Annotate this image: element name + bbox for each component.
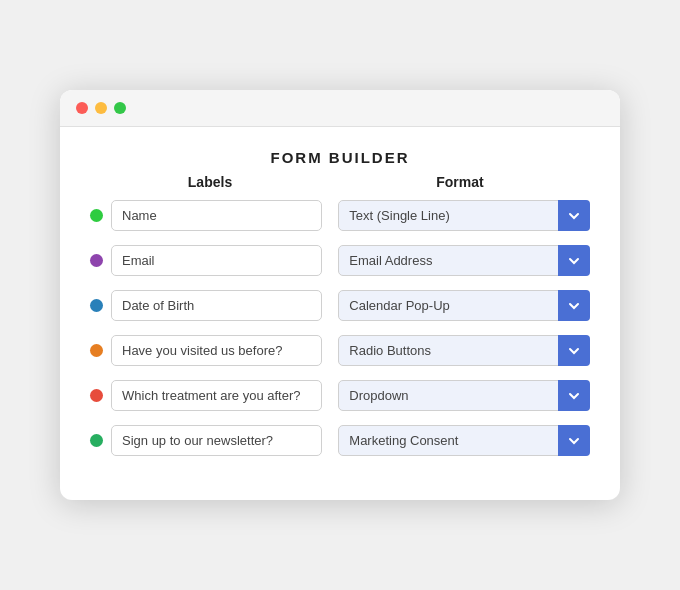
format-select-wrapper: Calendar Pop-UpText (Single Line)Date: [338, 290, 590, 321]
dot-green: [114, 102, 126, 114]
form-rows: Text (Single Line)TextareaNumberEmail Ad…: [60, 200, 620, 456]
format-select[interactable]: Text (Single Line)TextareaNumber: [338, 200, 590, 231]
format-select[interactable]: Marketing ConsentCheckboxRadio Buttons: [338, 425, 590, 456]
format-select[interactable]: Email AddressText (Single Line)Textarea: [338, 245, 590, 276]
row-dot: [90, 434, 103, 447]
format-select-wrapper: DropdownRadio ButtonsCheckbox: [338, 380, 590, 411]
row-dot: [90, 389, 103, 402]
label-col: [90, 380, 322, 411]
label-input[interactable]: [111, 380, 322, 411]
table-row: Email AddressText (Single Line)Textarea: [90, 245, 590, 276]
row-dot: [90, 299, 103, 312]
page-title: FORM BUILDER: [60, 149, 620, 166]
label-input[interactable]: [111, 200, 322, 231]
format-select-wrapper: Text (Single Line)TextareaNumber: [338, 200, 590, 231]
format-col: Email AddressText (Single Line)Textarea: [338, 245, 590, 276]
format-select[interactable]: DropdownRadio ButtonsCheckbox: [338, 380, 590, 411]
label-col: [90, 335, 322, 366]
table-row: Text (Single Line)TextareaNumber: [90, 200, 590, 231]
label-input[interactable]: [111, 425, 322, 456]
label-col: [90, 245, 322, 276]
row-dot: [90, 209, 103, 222]
format-select[interactable]: Radio ButtonsDropdownCheckbox: [338, 335, 590, 366]
label-input[interactable]: [111, 290, 322, 321]
format-column-header: Format: [330, 174, 590, 190]
format-col: Radio ButtonsDropdownCheckbox: [338, 335, 590, 366]
format-select-wrapper: Email AddressText (Single Line)Textarea: [338, 245, 590, 276]
dot-red: [76, 102, 88, 114]
format-col: DropdownRadio ButtonsCheckbox: [338, 380, 590, 411]
table-row: Marketing ConsentCheckboxRadio Buttons: [90, 425, 590, 456]
table-row: Calendar Pop-UpText (Single Line)Date: [90, 290, 590, 321]
label-col: [90, 290, 322, 321]
table-row: Radio ButtonsDropdownCheckbox: [90, 335, 590, 366]
format-col: Calendar Pop-UpText (Single Line)Date: [338, 290, 590, 321]
row-dot: [90, 344, 103, 357]
label-col: [90, 200, 322, 231]
columns-header: Labels Format: [60, 174, 620, 190]
format-col: Marketing ConsentCheckboxRadio Buttons: [338, 425, 590, 456]
dot-yellow: [95, 102, 107, 114]
label-col: [90, 425, 322, 456]
format-select-wrapper: Radio ButtonsDropdownCheckbox: [338, 335, 590, 366]
title-bar: [60, 90, 620, 127]
label-input[interactable]: [111, 245, 322, 276]
row-dot: [90, 254, 103, 267]
table-row: DropdownRadio ButtonsCheckbox: [90, 380, 590, 411]
label-input[interactable]: [111, 335, 322, 366]
window: FORM BUILDER Labels Format Text (Single …: [60, 90, 620, 500]
format-col: Text (Single Line)TextareaNumber: [338, 200, 590, 231]
format-select-wrapper: Marketing ConsentCheckboxRadio Buttons: [338, 425, 590, 456]
labels-column-header: Labels: [90, 174, 330, 190]
format-select[interactable]: Calendar Pop-UpText (Single Line)Date: [338, 290, 590, 321]
